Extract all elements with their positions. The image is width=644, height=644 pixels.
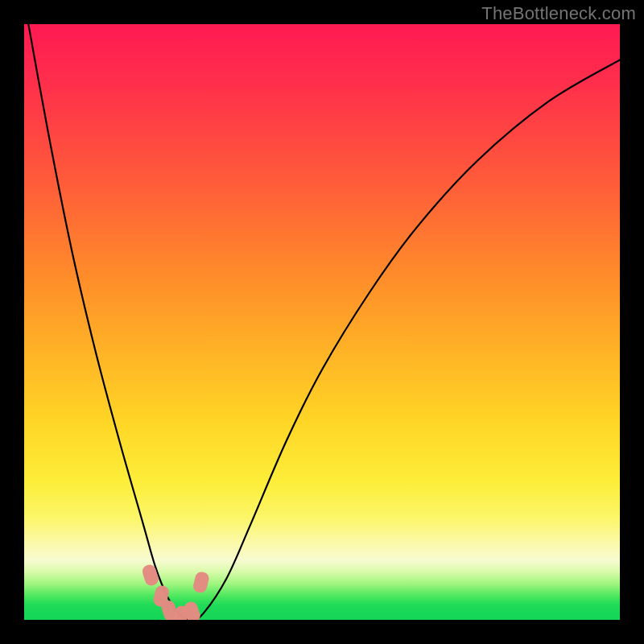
curve-layer — [24, 24, 620, 620]
plot-area — [24, 24, 620, 620]
watermark-text: TheBottleneck.com — [481, 3, 636, 24]
valley-marker — [192, 571, 210, 594]
valley-marker — [141, 564, 160, 588]
bottleneck-curve — [24, 24, 620, 620]
chart-frame: TheBottleneck.com — [0, 0, 644, 644]
marker-cluster — [141, 564, 210, 620]
